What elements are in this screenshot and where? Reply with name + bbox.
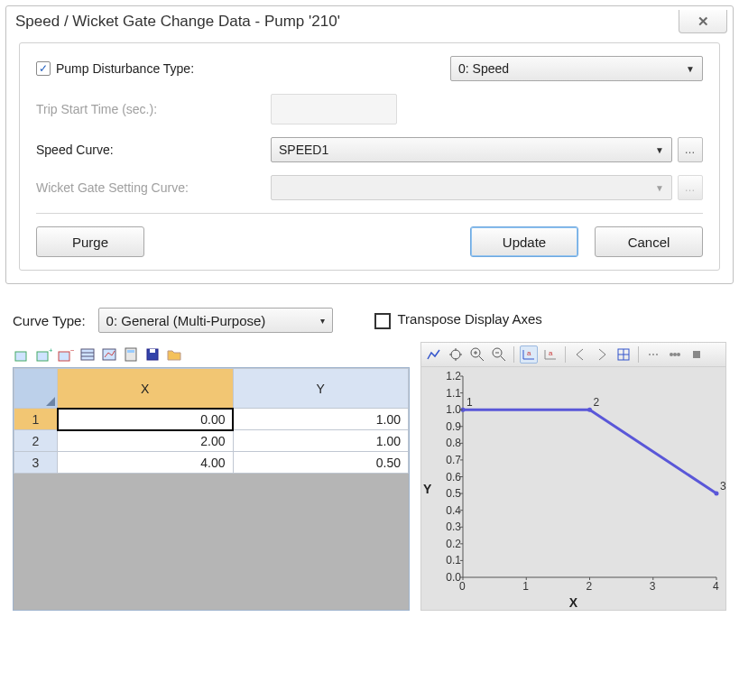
speed-curve-value: SPEED1 <box>279 143 328 157</box>
column-header-y[interactable]: Y <box>233 369 409 409</box>
delete-row-icon[interactable]: − <box>58 346 74 363</box>
table-icon[interactable] <box>79 346 96 363</box>
edit-chart-icon[interactable] <box>101 346 117 363</box>
close-button[interactable]: ✕ <box>679 10 727 33</box>
cancel-button[interactable]: Cancel <box>595 226 703 257</box>
chevron-down-icon: ▾ <box>320 316 325 326</box>
row-header[interactable]: 2 <box>14 430 58 452</box>
svg-line-15 <box>479 356 484 361</box>
pan-icon[interactable] <box>447 345 465 364</box>
trip-start-label: Trip Start Time (sec.): <box>36 102 271 116</box>
wicket-gate-label: Wicket Gate Setting Curve: <box>36 180 271 195</box>
svg-line-19 <box>501 356 505 361</box>
zoom-out-icon[interactable] <box>490 345 508 364</box>
svg-text:a: a <box>549 349 553 357</box>
svg-point-37 <box>715 492 719 496</box>
cell-x[interactable]: 4.00 <box>58 452 234 474</box>
open-icon[interactable] <box>166 346 182 363</box>
svg-point-13 <box>451 350 460 359</box>
data-grid[interactable]: X Y 10.001.0022.001.0034.000.50 <box>13 367 410 611</box>
ytick: 0.8 <box>434 437 461 449</box>
auto-scale-x-icon[interactable]: a <box>520 345 538 364</box>
curve-type-label: Curve Type: <box>13 313 86 328</box>
calc-icon[interactable] <box>123 346 139 363</box>
svg-rect-3 <box>59 352 69 361</box>
trip-start-input <box>271 94 397 124</box>
stop-icon[interactable] <box>688 345 706 364</box>
update-button[interactable]: Update <box>470 226 578 257</box>
table-row[interactable]: 22.001.00 <box>14 430 409 452</box>
ytick: 1.1 <box>434 387 461 400</box>
chart-line-icon[interactable] <box>425 345 443 364</box>
row-header[interactable]: 3 <box>14 452 58 474</box>
svg-rect-5 <box>81 349 94 360</box>
svg-rect-10 <box>127 350 134 353</box>
marker-small-icon[interactable] <box>644 345 662 364</box>
cell-y[interactable]: 1.00 <box>233 409 409 430</box>
purge-button[interactable]: Purge <box>36 226 144 257</box>
close-icon: ✕ <box>697 14 709 30</box>
prev-icon[interactable] <box>571 345 589 364</box>
divider <box>36 213 703 214</box>
svg-point-28 <box>673 353 677 356</box>
data-grid-wrap: X Y 10.001.0022.001.0034.000.50 <box>13 367 410 611</box>
marker-large-icon[interactable] <box>666 345 684 364</box>
chevron-down-icon: ▼ <box>655 145 664 155</box>
table-toolbar: + − <box>13 342 410 367</box>
row-header[interactable]: 1 <box>14 409 58 430</box>
ytick: 0.4 <box>434 504 461 517</box>
pump-disturbance-value: 0: Speed <box>458 61 509 76</box>
svg-point-24 <box>649 354 651 355</box>
svg-text:3: 3 <box>720 480 726 493</box>
svg-rect-12 <box>150 349 155 353</box>
pump-disturbance-checkbox[interactable]: ✓ <box>36 61 51 76</box>
column-header-x[interactable]: X <box>58 369 234 409</box>
toolbar-separator <box>638 346 639 363</box>
svg-rect-1 <box>37 352 48 361</box>
speed-wicket-dialog: Speed / Wicket Gate Change Data - Pump '… <box>5 5 734 284</box>
svg-text:−: − <box>70 346 74 355</box>
curve-chart[interactable]: Y X 123 0.00.10.20.30.40.50.60.70.80.91.… <box>420 367 726 611</box>
ytick: 1.2 <box>434 370 461 382</box>
table-row[interactable]: 10.001.00 <box>14 409 409 430</box>
speed-curve-browse-button[interactable]: … <box>678 137 703 162</box>
zoom-in-icon[interactable] <box>468 345 486 364</box>
fit-icon[interactable] <box>614 345 633 364</box>
insert-row-icon[interactable] <box>14 346 31 363</box>
pump-disturbance-select[interactable]: 0: Speed ▼ <box>450 56 703 81</box>
ytick: 0.1 <box>434 554 461 566</box>
chevron-down-icon: ▼ <box>686 64 695 74</box>
svg-rect-8 <box>103 349 115 360</box>
dialog-body: ✓ Pump Disturbance Type: 0: Speed ▼ Trip… <box>19 42 720 271</box>
table-pane: + − X Y <box>13 342 410 611</box>
ytick: 0.5 <box>434 487 461 500</box>
transpose-checkbox[interactable] <box>374 313 391 329</box>
cell-y[interactable]: 1.00 <box>233 430 409 452</box>
svg-text:2: 2 <box>594 396 600 409</box>
svg-point-27 <box>670 353 673 356</box>
ytick: 0.0 <box>434 571 461 584</box>
row-wicket-gate: Wicket Gate Setting Curve: ▼ … <box>36 175 703 200</box>
cell-y[interactable]: 0.50 <box>233 452 409 474</box>
toolbar-separator <box>513 346 514 363</box>
svg-text:1: 1 <box>466 396 473 409</box>
auto-scale-y-icon[interactable]: a <box>541 345 559 364</box>
save-icon[interactable] <box>144 346 161 363</box>
chart-xlabel: X <box>569 595 577 610</box>
curve-type-select[interactable]: 0: General (Multi-Purpose) ▾ <box>98 308 333 333</box>
wicket-gate-select: ▼ <box>271 175 672 200</box>
table-row[interactable]: 34.000.50 <box>14 452 409 474</box>
row-speed-curve: Speed Curve: SPEED1 ▼ … <box>36 137 703 162</box>
cell-x[interactable]: 0.00 <box>58 409 234 430</box>
next-icon[interactable] <box>593 345 611 364</box>
speed-curve-select[interactable]: SPEED1 ▼ <box>271 137 672 162</box>
chevron-down-icon: ▼ <box>655 183 664 193</box>
editor-top-row: Curve Type: 0: General (Multi-Purpose) ▾… <box>13 308 726 333</box>
append-row-icon[interactable]: + <box>36 346 52 363</box>
dialog-button-row: Purge Update Cancel <box>36 226 703 257</box>
transpose-axes-control[interactable]: Transpose Display Axes <box>374 311 542 328</box>
cell-x[interactable]: 2.00 <box>58 430 234 452</box>
xtick: 4 <box>713 580 719 593</box>
grid-corner[interactable] <box>14 369 58 409</box>
chart-toolbar: a a <box>420 342 726 367</box>
